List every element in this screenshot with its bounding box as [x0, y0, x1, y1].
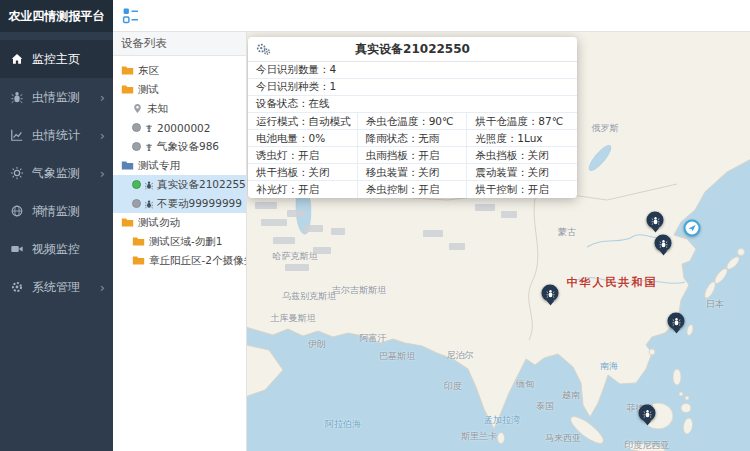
- station-icon: [144, 123, 154, 133]
- sidebar-item-weather-monitor[interactable]: 气象监测 ›: [0, 154, 113, 192]
- info-cell: 烘干挡板：关闭: [248, 164, 358, 181]
- map-label: 阿富汗: [360, 332, 387, 345]
- tree-device-weather986[interactable]: 气象设备986: [113, 137, 246, 156]
- info-row: 诱虫灯：开启 虫雨挡板：开启 杀虫挡板：关闭: [248, 147, 577, 164]
- content: 设备列表 东区 测试 未知: [113, 32, 750, 451]
- station-icon: [144, 142, 154, 152]
- globe-icon: [10, 204, 24, 218]
- map-device-marker[interactable]: [655, 235, 672, 252]
- status-dot-online: [132, 180, 141, 189]
- tree-device-20000002[interactable]: 20000002: [113, 118, 246, 137]
- info-cell: 杀虫控制：开启: [358, 181, 468, 198]
- tree-folder-test-special[interactable]: 测试专用: [113, 156, 246, 175]
- tree-device-donttouch[interactable]: 不要动99999999: [113, 194, 246, 213]
- sidebar-item-label: 监控主页: [32, 51, 80, 68]
- map-label-block: [475, 204, 495, 211]
- info-row: 运行模式：自动模式 杀虫仓温度：90℃ 烘干仓温度：87℃: [248, 113, 577, 130]
- info-cell: 烘干仓温度：87℃: [467, 113, 577, 130]
- gear-icon: [10, 280, 24, 294]
- folder-icon: [121, 160, 134, 171]
- map-device-marker[interactable]: [639, 405, 656, 422]
- map-label-block: [261, 219, 287, 226]
- info-row-device-status: 设备状态：在线: [248, 96, 577, 113]
- tree-folder-east[interactable]: 东区: [113, 61, 246, 80]
- info-cell: 移虫装置：关闭: [358, 164, 468, 181]
- map-label-block: [303, 225, 323, 232]
- tree-label: 气象设备986: [157, 140, 219, 154]
- info-cell: 电池电量：0%: [248, 130, 358, 147]
- tree-device-real-21022550[interactable]: 真实设备21022550: [113, 175, 246, 194]
- tree-folder-test-region[interactable]: 测试区域-勿删1: [113, 232, 246, 251]
- app-title: 农业四情测报平台: [0, 0, 113, 32]
- map-cluster-marker[interactable]: [684, 220, 701, 237]
- map-label: 马来西亚: [545, 432, 581, 445]
- topbar: [113, 0, 750, 32]
- status-dot-offline: [132, 142, 141, 151]
- map-label: 印度: [444, 380, 462, 393]
- tree-folder-zhangqiu-cameras[interactable]: 章丘阳丘区-2个摄像头: [113, 251, 246, 270]
- sidebar-item-video-monitor[interactable]: 视频监控: [0, 230, 113, 268]
- map-label: 泰国: [536, 400, 554, 413]
- popup-title-bar: 真实设备21022550: [248, 37, 577, 62]
- folder-icon: [132, 255, 145, 266]
- map-sea-label: 阿拉伯海: [325, 418, 361, 431]
- sidebar-menu: 监控主页 虫情监测 › 虫情统计 › 气象监测 › 墒情监测: [0, 32, 113, 306]
- sidebar-item-label: 虫情统计: [32, 127, 80, 144]
- map-label: 蒙古: [558, 226, 576, 239]
- info-row-recognition-count: 今日识别数量：4: [248, 62, 577, 79]
- map-label: 日本: [706, 298, 724, 311]
- map-label-block: [273, 237, 295, 244]
- sidebar: 农业四情测报平台 监控主页 虫情监测 › 虫情统计 › 气象监测 ›: [0, 0, 113, 451]
- info-row: 烘干挡板：关闭 移虫装置：关闭 震动装置：关闭: [248, 164, 577, 181]
- map-sea-label: 孟加拉湾: [484, 414, 520, 427]
- tree-label: 测试专用: [138, 159, 180, 173]
- map-label-block: [255, 202, 277, 209]
- map-device-marker[interactable]: [647, 212, 664, 229]
- app-window: 农业四情测报平台 监控主页 虫情监测 › 虫情统计 › 气象监测 ›: [0, 0, 750, 451]
- sidebar-item-system-settings[interactable]: 系统管理 ›: [0, 268, 113, 306]
- main-area: 设备列表 东区 测试 未知: [113, 0, 750, 451]
- map-device-marker[interactable]: [668, 313, 685, 330]
- info-cell: 诱虫灯：开启: [248, 147, 358, 164]
- map-label-block: [449, 243, 465, 250]
- chevron-right-icon: ›: [100, 281, 105, 294]
- bug-icon: [10, 90, 24, 104]
- info-cell: 虫雨挡板：开启: [358, 147, 468, 164]
- sidebar-item-label: 墒情监测: [32, 203, 80, 220]
- status-dot-offline: [132, 199, 141, 208]
- tree-label: 20000002: [157, 122, 210, 134]
- tree-label: 测试: [138, 83, 159, 97]
- device-settings-gears-icon[interactable]: [255, 42, 271, 56]
- sidebar-item-soil-monitor[interactable]: 墒情监测: [0, 192, 113, 230]
- map[interactable]: 俄罗斯蒙古哈萨克斯坦吉尔吉斯斯坦乌兹别克斯坦土库曼斯坦伊朗阿富汗巴基斯坦印度尼泊…: [247, 32, 750, 451]
- sun-icon: [10, 166, 24, 180]
- panel-toggle-icon[interactable]: [122, 7, 139, 24]
- folder-icon: [121, 217, 134, 228]
- sidebar-item-monitor-home[interactable]: 监控主页: [0, 40, 113, 78]
- info-cell: 杀虫挡板：关闭: [467, 147, 577, 164]
- map-label-block: [287, 210, 305, 217]
- status-dot-offline: [132, 123, 141, 132]
- info-cell: 补光灯：开启: [248, 181, 358, 198]
- map-label-china: 中华人民共和国: [567, 275, 658, 290]
- chevron-right-icon: ›: [100, 167, 105, 180]
- info-row: 电池电量：0% 降雨状态：无雨 光照度：1Lux: [248, 130, 577, 147]
- sidebar-item-insect-stats[interactable]: 虫情统计 ›: [0, 116, 113, 154]
- map-label: 尼泊尔: [447, 349, 474, 362]
- info-cell: 运行模式：自动模式: [248, 113, 358, 130]
- device-list-title: 设备列表: [113, 32, 246, 56]
- map-label: 越南: [562, 389, 580, 402]
- device-info-popup: 真实设备21022550 今日识别数量：4 今日识别种类：1 设备状态：在线 运…: [248, 37, 577, 198]
- sidebar-item-label: 系统管理: [32, 279, 80, 296]
- tree-device-unknown[interactable]: 未知: [113, 99, 246, 118]
- device-status-table: 今日识别数量：4 今日识别种类：1 设备状态：在线 运行模式：自动模式 杀虫仓温…: [248, 62, 577, 198]
- map-device-marker[interactable]: [542, 285, 559, 302]
- sidebar-item-insect-monitor[interactable]: 虫情监测 ›: [0, 78, 113, 116]
- map-label: 巴基斯坦: [379, 350, 415, 363]
- tree-folder-test-nomove[interactable]: 测试勿动: [113, 213, 246, 232]
- info-cell: 光照度：1Lux: [467, 130, 577, 147]
- map-label-block: [501, 211, 517, 218]
- tree-folder-test[interactable]: 测试: [113, 80, 246, 99]
- chevron-right-icon: ›: [100, 129, 105, 142]
- folder-icon: [121, 84, 134, 95]
